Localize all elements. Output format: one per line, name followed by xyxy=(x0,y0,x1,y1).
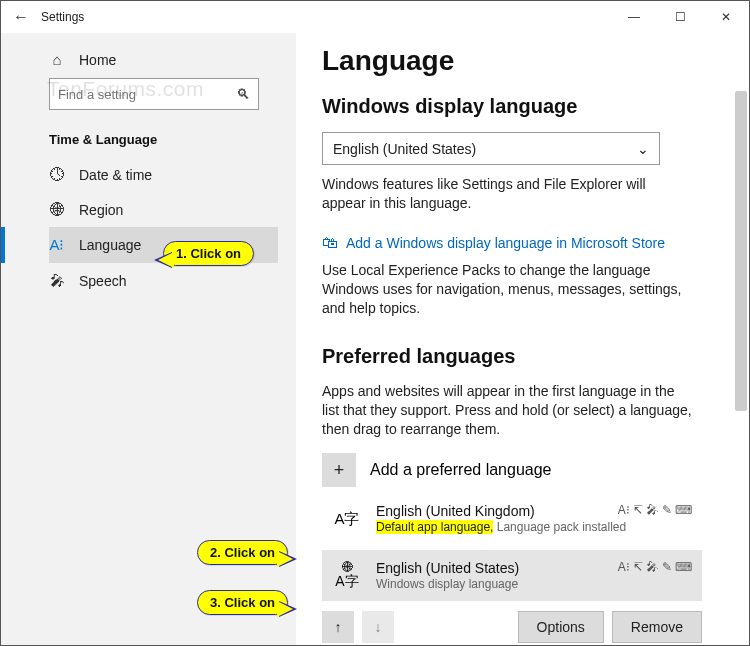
region-icon: 🌐︎ xyxy=(49,201,65,218)
remove-button[interactable]: Remove xyxy=(612,611,702,643)
language-item-uk[interactable]: A字 English (United Kingdom) Default app … xyxy=(322,493,702,544)
annotation-callout-1: 1. Click on xyxy=(163,241,254,266)
home-nav[interactable]: ⌂ Home xyxy=(49,45,278,78)
preferred-desc: Apps and websites will appear in the fir… xyxy=(322,382,692,439)
search-input[interactable]: Find a setting 🔍︎ xyxy=(49,78,259,110)
plus-icon[interactable]: + xyxy=(322,453,356,487)
language-badges: A⁝ ↸ 🎤︎ ✎ ⌨︎ xyxy=(618,503,692,517)
language-sub: Windows display language xyxy=(376,577,692,591)
annotation-callout-2: 2. Click on xyxy=(197,540,288,565)
store-icon: 🛍︎ xyxy=(322,235,338,251)
date-time-icon: 🕓︎ xyxy=(49,166,65,183)
store-desc: Use Local Experience Packs to change the… xyxy=(322,261,692,318)
sidebar-item-label: Date & time xyxy=(79,167,152,183)
category-title: Time & Language xyxy=(49,132,278,147)
chevron-down-icon: ⌄ xyxy=(637,141,649,157)
scrollbar[interactable] xyxy=(735,91,747,411)
sidebar-item-region[interactable]: 🌐︎ Region xyxy=(49,192,278,227)
back-button[interactable]: ← xyxy=(1,8,41,26)
language-glyph-icon: A字 xyxy=(332,503,362,533)
sidebar-item-label: Region xyxy=(79,202,123,218)
display-language-desc: Windows features like Settings and File … xyxy=(322,175,692,213)
sidebar-item-label: Speech xyxy=(79,273,126,289)
titlebar: ← Settings — ☐ ✕ xyxy=(1,1,749,33)
close-button[interactable]: ✕ xyxy=(703,1,749,33)
sidebar-item-label: Language xyxy=(79,237,141,253)
language-glyph-icon: 🌐︎A字 xyxy=(332,560,362,590)
speech-icon: 🎤︎ xyxy=(49,272,65,289)
options-button[interactable]: Options xyxy=(518,611,604,643)
add-language-row[interactable]: + Add a preferred language xyxy=(322,453,723,487)
settings-window: ← Settings — ☐ ✕ ⌂ Home Find a setting 🔍… xyxy=(0,0,750,646)
dropdown-value: English (United States) xyxy=(333,141,476,157)
home-icon: ⌂ xyxy=(49,51,65,68)
language-item-us[interactable]: 🌐︎A字 English (United States) Windows dis… xyxy=(322,550,702,601)
store-link[interactable]: Add a Windows display language in Micros… xyxy=(346,235,665,251)
search-icon: 🔍︎ xyxy=(236,86,250,102)
move-down-button[interactable]: ↓ xyxy=(362,611,394,643)
minimize-button[interactable]: — xyxy=(611,1,657,33)
sidebar-item-date-time[interactable]: 🕓︎ Date & time xyxy=(49,157,278,192)
window-title: Settings xyxy=(41,10,84,24)
preferred-heading: Preferred languages xyxy=(322,345,723,368)
annotation-callout-3: 3. Click on xyxy=(197,590,288,615)
language-sub: Default app language, Language pack inst… xyxy=(376,520,692,534)
language-icon: A⁝ xyxy=(49,236,65,254)
display-language-heading: Windows display language xyxy=(322,95,723,118)
maximize-button[interactable]: ☐ xyxy=(657,1,703,33)
page-title: Language xyxy=(322,45,723,77)
store-link-row[interactable]: 🛍︎ Add a Windows display language in Mic… xyxy=(322,235,723,251)
language-actions: ↑ ↓ Options Remove xyxy=(322,611,702,643)
language-badges: A⁝ ↸ 🎤︎ ✎ ⌨︎ xyxy=(618,560,692,574)
display-language-dropdown[interactable]: English (United States) ⌄ xyxy=(322,132,660,165)
move-up-button[interactable]: ↑ xyxy=(322,611,354,643)
search-placeholder: Find a setting xyxy=(58,87,136,102)
sidebar-item-speech[interactable]: 🎤︎ Speech xyxy=(49,263,278,298)
main-content: Language Windows display language Englis… xyxy=(296,33,749,645)
home-label: Home xyxy=(79,52,116,68)
add-language-label: Add a preferred language xyxy=(370,461,551,479)
